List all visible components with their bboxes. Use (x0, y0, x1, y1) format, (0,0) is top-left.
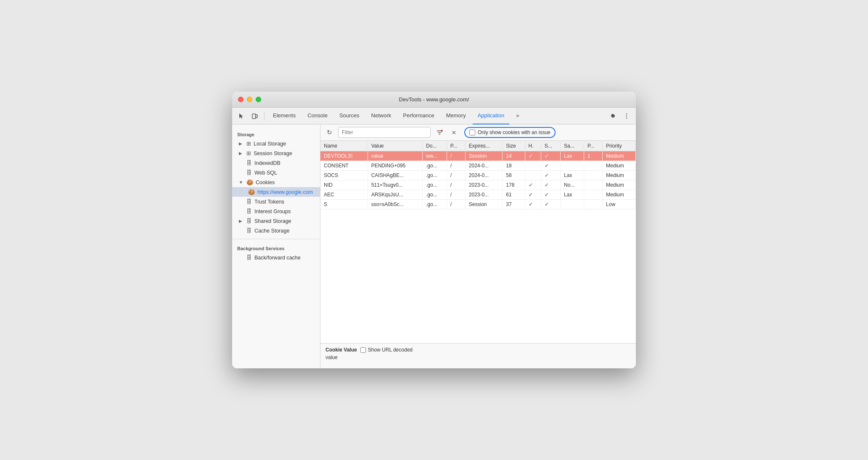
svg-point-4 (626, 117, 627, 118)
col-domain[interactable]: Do... (422, 141, 447, 151)
table-icon: ⊞ (246, 150, 251, 156)
tab-application[interactable]: Application (473, 108, 510, 124)
expand-arrow-icon: ▶ (239, 151, 244, 156)
tab-performance[interactable]: Performance (398, 108, 439, 124)
titlebar: DevTools - www.google.com/ (232, 92, 636, 108)
col-path[interactable]: P... (447, 141, 465, 151)
expand-arrow-icon: ▶ (239, 219, 244, 223)
tab-more[interactable]: » (511, 108, 524, 124)
db-icon: 🗄 (246, 198, 252, 205)
separator (264, 112, 265, 120)
table-row[interactable]: SOCSCAISHAgBE....go.../2024-0...58✓LaxMe… (320, 171, 636, 180)
sidebar-item-cookies[interactable]: ▼ 🍪 Cookies (232, 177, 320, 187)
col-name[interactable]: Name (320, 141, 368, 151)
table-row[interactable]: CONSENTPENDING+095.go.../2024-0...18✓Med… (320, 161, 636, 171)
trust-tokens-label: Trust Tokens (254, 199, 284, 205)
minimize-button[interactable] (247, 97, 252, 102)
tab-elements[interactable]: Elements (268, 108, 301, 124)
content-area: Storage ▶ ⊞ Local Storage ▶ ⊞ Session St… (232, 124, 636, 368)
clear-filter-icon[interactable]: ✕ (448, 127, 459, 138)
sidebar-item-trust-tokens[interactable]: ▶ 🗄 Trust Tokens (232, 197, 320, 206)
settings-icon[interactable] (607, 110, 619, 122)
storage-header: Storage (232, 129, 320, 139)
cursor-icon[interactable] (236, 110, 247, 122)
sidebar-item-cookies-google[interactable]: 🍪 https://www.google.com (232, 187, 320, 197)
col-size[interactable]: Size (503, 141, 525, 151)
svg-point-8 (441, 130, 443, 132)
checkmark-cell: ✓ (541, 200, 560, 209)
sidebar-item-session-storage[interactable]: ▶ ⊞ Session Storage (232, 148, 320, 158)
col-expires[interactable]: Expires... (465, 141, 502, 151)
sidebar-item-local-storage[interactable]: ▶ ⊞ Local Storage (232, 139, 320, 148)
table-row[interactable]: DEVTOOLS!valueww.../Session14✓✓Lax1Mediu… (320, 151, 636, 161)
main-panel: ↻ ✕ Only show cookies with an issue (320, 124, 636, 368)
bg-services-header: Background Services (232, 243, 320, 253)
sidebar-item-web-sql[interactable]: ▶ 🗄 Web SQL (232, 168, 320, 177)
more-icon[interactable] (621, 110, 632, 122)
only-issues-checkbox-label[interactable]: Only show cookies with an issue (464, 127, 556, 138)
tab-memory[interactable]: Memory (441, 108, 471, 124)
back-forward-cache-label: Back/forward cache (254, 255, 301, 261)
tab-bar: Elements Console Sources Network Perform… (232, 108, 636, 124)
sidebar-divider (232, 239, 320, 239)
checkmark-cell (525, 161, 541, 171)
checkmark-cell: ✓ (541, 190, 560, 200)
svg-point-3 (626, 115, 627, 116)
tab-sources[interactable]: Sources (334, 108, 365, 124)
svg-rect-0 (252, 114, 256, 119)
db-icon: 🗄 (246, 160, 252, 166)
cookie-icon: 🍪 (246, 179, 253, 185)
cookies-table: Name Value Do... P... Expires... Size H.… (320, 141, 636, 343)
cookies-data-table: Name Value Do... P... Expires... Size H.… (320, 141, 636, 209)
svg-point-2 (626, 113, 627, 114)
checkmark-cell: ✓ (541, 161, 560, 171)
sidebar-item-cache-storage[interactable]: ▶ 🗄 Cache Storage (232, 226, 320, 235)
db-icon: 🗄 (246, 208, 252, 214)
cookies-toolbar: ↻ ✕ Only show cookies with an issue (320, 124, 636, 141)
filter-input[interactable] (338, 127, 431, 138)
col-priority[interactable]: Priority (603, 141, 636, 151)
tab-network[interactable]: Network (366, 108, 397, 124)
col-samesite[interactable]: Sa... (561, 141, 584, 151)
col-httponly[interactable]: H. (525, 141, 541, 151)
maximize-button[interactable] (256, 97, 261, 102)
only-issues-checkbox[interactable] (469, 130, 475, 135)
svg-rect-1 (256, 115, 257, 118)
col-value[interactable]: Value (368, 141, 422, 151)
tab-console[interactable]: Console (302, 108, 333, 124)
sidebar-item-back-forward-cache[interactable]: ▶ 🗄 Back/forward cache (232, 253, 320, 262)
sidebar-item-indexeddb[interactable]: ▶ 🗄 IndexedDB (232, 158, 320, 168)
device-icon[interactable] (249, 110, 261, 122)
show-url-checkbox[interactable] (360, 347, 366, 353)
devtools-window: DevTools - www.google.com/ Elements Cons… (232, 92, 636, 368)
table-icon: ⊞ (246, 140, 251, 147)
show-url-decoded-label[interactable]: Show URL decoded (360, 347, 413, 353)
checkmark-cell: ✓ (541, 151, 560, 161)
db-icon: 🗄 (246, 227, 252, 234)
checkmark-cell: ✓ (541, 180, 560, 190)
table-row[interactable]: AECARSKqsJsU....go.../2023-0...61✓✓LaxMe… (320, 190, 636, 200)
filter-options-icon[interactable] (434, 127, 445, 138)
checkmark-cell: ✓ (525, 151, 541, 161)
session-storage-label: Session Storage (254, 151, 292, 156)
only-issues-text: Only show cookies with an issue (478, 130, 550, 135)
refresh-button[interactable]: ↻ (324, 127, 335, 138)
cookies-label: Cookies (256, 180, 275, 185)
checkmark-cell: ✓ (525, 180, 541, 190)
sidebar-item-interest-groups[interactable]: ▶ 🗄 Interest Groups (232, 206, 320, 216)
col-secure[interactable]: S... (541, 141, 560, 151)
table-row[interactable]: Ssso=sA0bSc....go.../Session37✓✓Low (320, 200, 636, 209)
table-header-row: Name Value Do... P... Expires... Size H.… (320, 141, 636, 151)
table-row[interactable]: NID511=Tsugv0....go.../2023-0...178✓✓No.… (320, 180, 636, 190)
close-button[interactable] (238, 97, 243, 102)
toolbar-right (607, 110, 632, 122)
checkmark-cell (525, 171, 541, 180)
traffic-lights (238, 97, 261, 102)
interest-groups-label: Interest Groups (254, 209, 291, 214)
col-priority-num[interactable]: P... (584, 141, 602, 151)
sidebar-item-shared-storage[interactable]: ▶ 🗄 Shared Storage (232, 216, 320, 226)
window-title: DevTools - www.google.com/ (399, 96, 469, 103)
cookie-value-text: value (326, 354, 631, 360)
expand-arrow-icon: ▶ (239, 141, 244, 146)
cookie-value-panel: Cookie Value Show URL decoded value (320, 343, 636, 368)
